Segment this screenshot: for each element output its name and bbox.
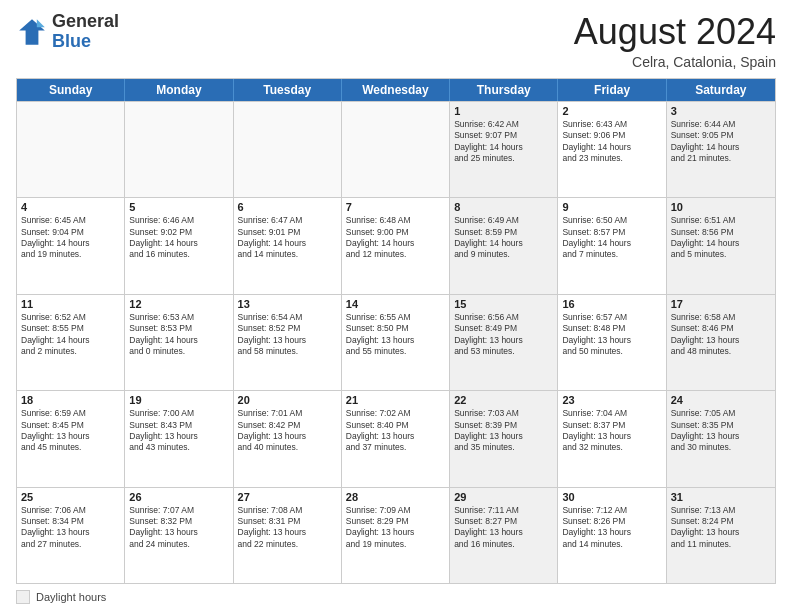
logo-blue-text: Blue: [52, 31, 91, 51]
day-number: 8: [454, 201, 553, 213]
cell-text: Sunrise: 7:09 AM Sunset: 8:29 PM Dayligh…: [346, 505, 445, 551]
cal-cell: 4Sunrise: 6:45 AM Sunset: 9:04 PM Daylig…: [17, 198, 125, 293]
day-number: 30: [562, 491, 661, 503]
cal-header-day: Friday: [558, 79, 666, 101]
cal-header-day: Sunday: [17, 79, 125, 101]
header: General Blue August 2024 Celra, Cataloni…: [16, 12, 776, 70]
cal-row: 18Sunrise: 6:59 AM Sunset: 8:45 PM Dayli…: [17, 390, 775, 486]
day-number: 29: [454, 491, 553, 503]
cell-text: Sunrise: 6:57 AM Sunset: 8:48 PM Dayligh…: [562, 312, 661, 358]
calendar-body: 1Sunrise: 6:42 AM Sunset: 9:07 PM Daylig…: [17, 101, 775, 583]
cell-text: Sunrise: 6:50 AM Sunset: 8:57 PM Dayligh…: [562, 215, 661, 261]
logo-text: General Blue: [52, 12, 119, 52]
day-number: 23: [562, 394, 661, 406]
day-number: 12: [129, 298, 228, 310]
day-number: 24: [671, 394, 771, 406]
daylight-box: [16, 590, 30, 604]
cell-text: Sunrise: 7:01 AM Sunset: 8:42 PM Dayligh…: [238, 408, 337, 454]
cell-text: Sunrise: 6:51 AM Sunset: 8:56 PM Dayligh…: [671, 215, 771, 261]
cal-cell: 10Sunrise: 6:51 AM Sunset: 8:56 PM Dayli…: [667, 198, 775, 293]
day-number: 14: [346, 298, 445, 310]
cal-cell: 13Sunrise: 6:54 AM Sunset: 8:52 PM Dayli…: [234, 295, 342, 390]
cal-cell: 23Sunrise: 7:04 AM Sunset: 8:37 PM Dayli…: [558, 391, 666, 486]
cell-text: Sunrise: 7:02 AM Sunset: 8:40 PM Dayligh…: [346, 408, 445, 454]
cal-cell: [342, 102, 450, 197]
cal-cell: 29Sunrise: 7:11 AM Sunset: 8:27 PM Dayli…: [450, 488, 558, 583]
cell-text: Sunrise: 7:08 AM Sunset: 8:31 PM Dayligh…: [238, 505, 337, 551]
day-number: 1: [454, 105, 553, 117]
cell-text: Sunrise: 6:46 AM Sunset: 9:02 PM Dayligh…: [129, 215, 228, 261]
cell-text: Sunrise: 7:13 AM Sunset: 8:24 PM Dayligh…: [671, 505, 771, 551]
cal-cell: 3Sunrise: 6:44 AM Sunset: 9:05 PM Daylig…: [667, 102, 775, 197]
day-number: 27: [238, 491, 337, 503]
cell-text: Sunrise: 7:07 AM Sunset: 8:32 PM Dayligh…: [129, 505, 228, 551]
cal-row: 1Sunrise: 6:42 AM Sunset: 9:07 PM Daylig…: [17, 101, 775, 197]
cell-text: Sunrise: 7:12 AM Sunset: 8:26 PM Dayligh…: [562, 505, 661, 551]
month-title: August 2024: [574, 12, 776, 52]
calendar: SundayMondayTuesdayWednesdayThursdayFrid…: [16, 78, 776, 584]
location: Celra, Catalonia, Spain: [574, 54, 776, 70]
cal-cell: 28Sunrise: 7:09 AM Sunset: 8:29 PM Dayli…: [342, 488, 450, 583]
cell-text: Sunrise: 6:43 AM Sunset: 9:06 PM Dayligh…: [562, 119, 661, 165]
cal-cell: 22Sunrise: 7:03 AM Sunset: 8:39 PM Dayli…: [450, 391, 558, 486]
day-number: 11: [21, 298, 120, 310]
svg-marker-0: [19, 19, 45, 45]
cal-cell: 27Sunrise: 7:08 AM Sunset: 8:31 PM Dayli…: [234, 488, 342, 583]
cal-cell: 16Sunrise: 6:57 AM Sunset: 8:48 PM Dayli…: [558, 295, 666, 390]
cal-cell: 25Sunrise: 7:06 AM Sunset: 8:34 PM Dayli…: [17, 488, 125, 583]
cell-text: Sunrise: 7:00 AM Sunset: 8:43 PM Dayligh…: [129, 408, 228, 454]
cell-text: Sunrise: 7:04 AM Sunset: 8:37 PM Dayligh…: [562, 408, 661, 454]
cell-text: Sunrise: 6:55 AM Sunset: 8:50 PM Dayligh…: [346, 312, 445, 358]
cal-cell: 26Sunrise: 7:07 AM Sunset: 8:32 PM Dayli…: [125, 488, 233, 583]
cell-text: Sunrise: 6:52 AM Sunset: 8:55 PM Dayligh…: [21, 312, 120, 358]
cell-text: Sunrise: 6:47 AM Sunset: 9:01 PM Dayligh…: [238, 215, 337, 261]
cal-cell: 6Sunrise: 6:47 AM Sunset: 9:01 PM Daylig…: [234, 198, 342, 293]
day-number: 22: [454, 394, 553, 406]
day-number: 16: [562, 298, 661, 310]
cal-header-day: Saturday: [667, 79, 775, 101]
cal-cell: 1Sunrise: 6:42 AM Sunset: 9:07 PM Daylig…: [450, 102, 558, 197]
day-number: 9: [562, 201, 661, 213]
cal-cell: 7Sunrise: 6:48 AM Sunset: 9:00 PM Daylig…: [342, 198, 450, 293]
day-number: 17: [671, 298, 771, 310]
cal-cell: 17Sunrise: 6:58 AM Sunset: 8:46 PM Dayli…: [667, 295, 775, 390]
cal-cell: 30Sunrise: 7:12 AM Sunset: 8:26 PM Dayli…: [558, 488, 666, 583]
day-number: 25: [21, 491, 120, 503]
cell-text: Sunrise: 6:59 AM Sunset: 8:45 PM Dayligh…: [21, 408, 120, 454]
day-number: 3: [671, 105, 771, 117]
cal-cell: 5Sunrise: 6:46 AM Sunset: 9:02 PM Daylig…: [125, 198, 233, 293]
cal-cell: 12Sunrise: 6:53 AM Sunset: 8:53 PM Dayli…: [125, 295, 233, 390]
cal-header-day: Tuesday: [234, 79, 342, 101]
cal-header-day: Thursday: [450, 79, 558, 101]
cal-cell: 19Sunrise: 7:00 AM Sunset: 8:43 PM Dayli…: [125, 391, 233, 486]
day-number: 4: [21, 201, 120, 213]
day-number: 26: [129, 491, 228, 503]
day-number: 13: [238, 298, 337, 310]
cell-text: Sunrise: 7:05 AM Sunset: 8:35 PM Dayligh…: [671, 408, 771, 454]
cal-cell: 14Sunrise: 6:55 AM Sunset: 8:50 PM Dayli…: [342, 295, 450, 390]
day-number: 19: [129, 394, 228, 406]
day-number: 28: [346, 491, 445, 503]
cal-cell: 24Sunrise: 7:05 AM Sunset: 8:35 PM Dayli…: [667, 391, 775, 486]
logo-general: General: [52, 11, 119, 31]
cal-row: 25Sunrise: 7:06 AM Sunset: 8:34 PM Dayli…: [17, 487, 775, 583]
title-block: August 2024 Celra, Catalonia, Spain: [574, 12, 776, 70]
page: General Blue August 2024 Celra, Cataloni…: [0, 0, 792, 612]
cal-cell: [17, 102, 125, 197]
cal-cell: 21Sunrise: 7:02 AM Sunset: 8:40 PM Dayli…: [342, 391, 450, 486]
cell-text: Sunrise: 6:54 AM Sunset: 8:52 PM Dayligh…: [238, 312, 337, 358]
daylight-label: Daylight hours: [36, 591, 106, 603]
cal-cell: 18Sunrise: 6:59 AM Sunset: 8:45 PM Dayli…: [17, 391, 125, 486]
cell-text: Sunrise: 6:53 AM Sunset: 8:53 PM Dayligh…: [129, 312, 228, 358]
cal-cell: 8Sunrise: 6:49 AM Sunset: 8:59 PM Daylig…: [450, 198, 558, 293]
cal-cell: 20Sunrise: 7:01 AM Sunset: 8:42 PM Dayli…: [234, 391, 342, 486]
svg-marker-1: [37, 19, 45, 27]
day-number: 5: [129, 201, 228, 213]
day-number: 21: [346, 394, 445, 406]
cell-text: Sunrise: 7:11 AM Sunset: 8:27 PM Dayligh…: [454, 505, 553, 551]
cell-text: Sunrise: 6:56 AM Sunset: 8:49 PM Dayligh…: [454, 312, 553, 358]
cal-cell: 2Sunrise: 6:43 AM Sunset: 9:06 PM Daylig…: [558, 102, 666, 197]
day-number: 18: [21, 394, 120, 406]
cell-text: Sunrise: 6:49 AM Sunset: 8:59 PM Dayligh…: [454, 215, 553, 261]
day-number: 7: [346, 201, 445, 213]
